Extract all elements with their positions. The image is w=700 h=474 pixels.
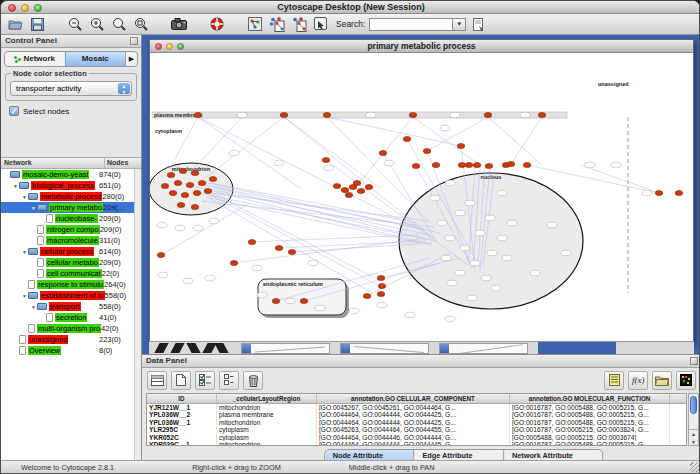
network-overlay-icon-1[interactable]	[268, 16, 286, 33]
tree-row[interactable]: cell communicat22(0)	[1, 268, 134, 279]
gene-node-selected[interactable]	[323, 112, 331, 117]
gene-node[interactable]	[465, 200, 475, 206]
tree-row[interactable]: ▼metabolic process280(0)	[1, 191, 134, 202]
gene-node-selected[interactable]	[191, 170, 199, 175]
gene-node[interactable]	[642, 190, 652, 196]
matrix-icon[interactable]	[676, 371, 696, 390]
node-color-select[interactable]: transporter activity ▲▼	[10, 81, 132, 96]
gene-node[interactable]	[175, 225, 185, 231]
attribute-editor-icon[interactable]	[470, 16, 488, 33]
gene-node[interactable]	[366, 112, 376, 118]
gene-node[interactable]	[530, 270, 540, 276]
gene-node[interactable]	[257, 292, 267, 298]
gene-node-selected[interactable]	[186, 182, 194, 187]
help-ring-icon[interactable]	[208, 16, 226, 33]
gene-node[interactable]	[193, 225, 203, 231]
gene-node[interactable]	[209, 218, 219, 224]
gene-node-selected[interactable]	[230, 260, 238, 265]
gene-node[interactable]	[274, 160, 284, 166]
table-row[interactable]: YJR121W__1mitochondrion[GO:0045267, GO:0…	[147, 404, 686, 411]
gene-node[interactable]	[285, 298, 295, 304]
gene-node[interactable]	[405, 312, 415, 318]
table-scrollbar-thumb[interactable]	[690, 396, 697, 414]
function-builder-icon[interactable]: f(x)	[628, 371, 648, 390]
gene-node[interactable]	[561, 250, 571, 256]
gene-node[interactable]	[324, 165, 334, 171]
gene-node[interactable]	[502, 255, 512, 261]
gene-node[interactable]	[475, 230, 485, 236]
gene-node-selected[interactable]	[655, 190, 663, 195]
expander-icon[interactable]: ▼	[21, 293, 28, 299]
table-row[interactable]: YPL036W__2plasma membrane[GO:0044464, GO…	[147, 411, 686, 418]
gene-node-selected[interactable]	[204, 188, 212, 193]
gene-node[interactable]	[445, 316, 455, 322]
new-document-icon[interactable]	[171, 371, 191, 390]
expander-icon[interactable]: ▼	[30, 205, 37, 211]
gene-node[interactable]	[460, 245, 470, 251]
gene-node[interactable]	[349, 308, 359, 314]
network-overlay-icon-2[interactable]	[290, 16, 308, 33]
gene-node-selected[interactable]	[174, 180, 182, 185]
gene-node-selected[interactable]	[275, 245, 283, 250]
minimized-window[interactable]	[439, 343, 528, 354]
tree-row[interactable]: nucleobase-209(0)	[1, 213, 134, 224]
gene-node[interactable]	[157, 222, 167, 228]
gene-node[interactable]	[440, 125, 450, 131]
table-row[interactable]: YKR052Ccytoplasm[GO:0044464, GO:0044446,…	[147, 434, 686, 441]
attribute-list-icon[interactable]	[604, 371, 624, 390]
table-row[interactable]: YPL036W__1mitochondrion[GO:0044464, GO:0…	[147, 419, 686, 426]
gene-node[interactable]	[308, 260, 318, 266]
open-icon[interactable]	[6, 16, 24, 33]
tree-row[interactable]: ▼transport558(0)	[1, 301, 134, 312]
minimized-window[interactable]	[241, 343, 330, 354]
table-icon[interactable]	[147, 371, 167, 390]
gene-node[interactable]	[441, 255, 451, 261]
gene-node-selected[interactable]	[167, 172, 175, 177]
gene-node[interactable]	[183, 278, 193, 284]
tab-network[interactable]: Network	[5, 52, 65, 66]
gene-node-selected[interactable]	[288, 249, 296, 254]
gene-node[interactable]	[437, 220, 447, 226]
gene-node[interactable]	[430, 195, 440, 201]
gene-node[interactable]	[315, 305, 325, 311]
gene-node-selected[interactable]	[363, 293, 371, 298]
expander-icon[interactable]: ▼	[12, 183, 19, 189]
gene-node[interactable]	[520, 112, 530, 118]
gene-node-selected[interactable]	[485, 163, 493, 168]
window-titlebar[interactable]: Cytoscape Desktop (New Session)	[1, 1, 700, 14]
tree-row[interactable]: cellular metabo209(0)	[1, 257, 134, 268]
delete-attribute-icon[interactable]	[243, 371, 263, 390]
tree-row[interactable]: Overview8(0)	[1, 345, 134, 356]
gene-node[interactable]	[450, 112, 460, 118]
gene-node-selected[interactable]	[198, 180, 206, 185]
tree-row[interactable]: ▼cellular process614(0)	[1, 246, 134, 257]
gene-node-selected[interactable]	[280, 112, 288, 117]
zoom-out-icon[interactable]	[66, 16, 84, 33]
gene-node-selected[interactable]	[341, 187, 349, 192]
select-nodes-checkbox[interactable]: ✓	[9, 106, 19, 116]
gene-node[interactable]	[377, 302, 387, 308]
gene-node-selected[interactable]	[194, 112, 202, 117]
snapshot-icon[interactable]	[170, 16, 188, 33]
tree-row[interactable]: nitrogen compo209(0)	[1, 224, 134, 235]
gene-node[interactable]	[158, 272, 168, 278]
gene-node-selected[interactable]	[193, 190, 201, 195]
column-header[interactable]: annotation.GO MOLECULAR_FUNCTION	[510, 394, 670, 403]
zoom-in-icon[interactable]	[88, 16, 106, 33]
vizmapper-icon[interactable]	[246, 16, 264, 33]
table-scrollbar-arrows[interactable]: ▲▼	[689, 429, 698, 445]
gene-node-selected[interactable]	[378, 283, 386, 288]
column-header[interactable]: ID	[147, 394, 217, 403]
column-header[interactable]: _cellularLayoutRegion	[217, 394, 317, 403]
gene-node-selected[interactable]	[357, 188, 365, 193]
gene-node-selected[interactable]	[432, 162, 440, 167]
gene-node[interactable]	[445, 235, 455, 241]
zoom-fit-icon[interactable]	[132, 16, 150, 33]
gene-node[interactable]	[497, 235, 507, 241]
gene-node[interactable]	[497, 190, 507, 196]
gene-node-selected[interactable]	[322, 157, 330, 162]
gene-node-selected[interactable]	[379, 150, 387, 155]
gene-node[interactable]	[491, 285, 501, 291]
gene-node-selected[interactable]	[473, 162, 481, 167]
tree-row[interactable]: secretion41(0)	[1, 312, 134, 323]
